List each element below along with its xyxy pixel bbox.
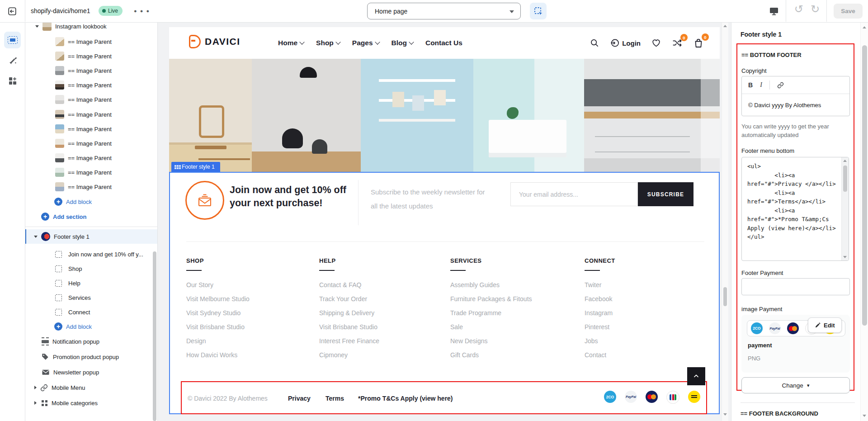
footer-link[interactable]: Trade Programme: [450, 309, 501, 317]
scroll-up-arrow[interactable]: [723, 25, 727, 27]
tree-section-notification-popup[interactable]: Notification popup: [25, 335, 153, 348]
add-block-button[interactable]: + Add block: [25, 195, 153, 208]
edit-image-button[interactable]: Edit: [808, 317, 842, 333]
login-link[interactable]: Login: [610, 38, 641, 48]
nav-home[interactable]: Home: [278, 39, 304, 47]
tree-section-mobile-categories[interactable]: Mobile categories: [25, 396, 153, 410]
scroll-to-top-button[interactable]: [687, 367, 705, 385]
preview-scrollbar[interactable]: [722, 22, 728, 421]
privacy-link[interactable]: Privacy: [288, 395, 311, 402]
nav-pages[interactable]: Pages: [352, 39, 379, 47]
theme-settings-button[interactable]: [4, 52, 21, 69]
footer-link[interactable]: Shipping & Delivery: [319, 309, 374, 317]
nav-contact-us[interactable]: Contact Us: [425, 39, 462, 47]
footer-link[interactable]: Visit Melbourne Studio: [186, 295, 250, 303]
footer-link[interactable]: Visit Brisbane Studio: [186, 323, 245, 331]
sections-tab-button[interactable]: [4, 32, 21, 48]
footer-link[interactable]: Jobs: [585, 337, 598, 345]
tree-section-newsletter-popup[interactable]: Newsletter popup: [25, 365, 153, 379]
tree-item-image-parent[interactable]: == Image Parent: [25, 35, 153, 48]
exit-editor-button[interactable]: [6, 5, 18, 17]
save-button[interactable]: Save: [834, 4, 863, 19]
tree-section-instagram-lookbook[interactable]: Instagram lookbook: [25, 22, 153, 33]
page-selector[interactable]: Home page: [367, 3, 521, 19]
footer-link[interactable]: Furniture Packages & Fitouts: [450, 295, 532, 303]
undo-button[interactable]: ↺: [792, 3, 806, 15]
change-image-button[interactable]: Change ▾: [741, 377, 850, 393]
tree-block-services[interactable]: Services: [25, 291, 153, 304]
footer-menu-textarea[interactable]: <ul> <li><a href="#">Privacy </a></li> <…: [741, 157, 849, 261]
cart-icon[interactable]: 0: [693, 38, 704, 48]
tree-item-image-parent[interactable]: == Image Parent: [25, 151, 153, 165]
scroll-up-arrow[interactable]: [843, 160, 847, 162]
search-icon[interactable]: [590, 38, 599, 48]
tree-item-image-parent[interactable]: == Image Parent: [25, 49, 153, 63]
italic-icon[interactable]: I: [760, 81, 762, 89]
footer-link[interactable]: Contact & FAQ: [319, 281, 361, 289]
add-block-button[interactable]: + Add block: [25, 320, 153, 333]
tree-block-newsletter[interactable]: Join now and get 10% off y...: [25, 247, 153, 261]
footer-link[interactable]: Assembly Guides: [450, 281, 500, 289]
panel-scrollbar[interactable]: [860, 22, 868, 421]
more-actions-button[interactable]: ● ● ●: [134, 0, 150, 22]
redo-button[interactable]: ↻: [808, 3, 822, 15]
footer-link[interactable]: Twiter: [585, 281, 601, 289]
footer-link[interactable]: Gift Cards: [450, 351, 479, 359]
footer-link[interactable]: Visit Brisbane Studio: [319, 323, 377, 331]
tree-item-image-parent[interactable]: == Image Parent: [25, 93, 153, 106]
copyright-value[interactable]: © Davici yyyy By Alothemes: [742, 94, 849, 116]
textarea-scrollbar[interactable]: [841, 157, 849, 260]
device-preview-button[interactable]: [769, 5, 779, 16]
footer-link[interactable]: Interest Free Finance: [319, 337, 379, 345]
footer-payment-input[interactable]: [741, 278, 850, 295]
nav-blog[interactable]: Blog: [392, 39, 413, 47]
footer-link[interactable]: Track Your Order: [319, 295, 367, 303]
footer-link[interactable]: Facebook: [585, 295, 612, 303]
footer-link[interactable]: Our Story: [186, 281, 213, 289]
footer-link[interactable]: How Davici Works: [186, 351, 237, 359]
promo-terms-link[interactable]: *Promo T&Cs Apply (view here): [358, 395, 453, 402]
tree-section-mobile-menu[interactable]: Mobile Menu: [25, 381, 153, 394]
newsletter-email-input[interactable]: [510, 182, 638, 206]
tree-item-image-parent[interactable]: == Image Parent: [25, 137, 153, 150]
panel-scrollbar-thumb[interactable]: [862, 45, 867, 326]
tree-section-footer-style-1[interactable]: Footer style 1: [25, 229, 157, 244]
link-icon[interactable]: [777, 82, 784, 89]
tree-item-image-parent[interactable]: == Image Parent: [25, 122, 153, 136]
scroll-down-arrow[interactable]: [723, 413, 727, 416]
scroll-up-arrow[interactable]: [863, 26, 866, 28]
footer-link[interactable]: Contact: [585, 351, 606, 359]
footer-link[interactable]: Visit Sydney Studio: [186, 309, 241, 317]
tree-item-image-parent[interactable]: == Image Parent: [25, 78, 153, 92]
tree-item-image-parent[interactable]: == Image Parent: [25, 180, 153, 194]
add-section-button[interactable]: + Add section: [25, 210, 153, 223]
footer-link[interactable]: Instagram: [585, 309, 613, 317]
nav-shop[interactable]: Shop: [316, 39, 340, 47]
footer-link[interactable]: Pinterest: [585, 323, 609, 331]
app-embeds-button[interactable]: [4, 72, 21, 89]
site-logo[interactable]: DAVICI: [189, 35, 241, 48]
preview-scrollbar-thumb[interactable]: [723, 287, 727, 306]
footer-link[interactable]: Design: [186, 337, 206, 345]
bottom-footer-block[interactable]: © Davici 2022 By Alothemes Privacy Terms…: [181, 381, 707, 414]
tree-item-image-parent[interactable]: == Image Parent: [25, 108, 153, 121]
textarea-scrollbar-thumb[interactable]: [843, 166, 847, 192]
tree-item-image-parent[interactable]: == Image Parent: [25, 166, 153, 179]
subscribe-button[interactable]: SUBSCRIBE: [638, 182, 693, 206]
scroll-down-arrow[interactable]: [843, 256, 847, 258]
scroll-down-arrow[interactable]: [863, 415, 866, 417]
tree-scrollbar-thumb[interactable]: [153, 251, 156, 421]
bold-icon[interactable]: B: [748, 81, 753, 89]
wishlist-icon[interactable]: [651, 38, 661, 48]
tree-item-image-parent[interactable]: == Image Parent: [25, 64, 153, 77]
tree-block-shop[interactable]: Shop: [25, 262, 153, 275]
terms-link[interactable]: Terms: [326, 395, 344, 402]
tree-section-promotion-popup[interactable]: Promotion product popup: [25, 350, 153, 364]
tree-block-connect[interactable]: Connect: [25, 305, 153, 319]
footer-menu-code[interactable]: <ul> <li><a href="#">Privacy </a></li> <…: [742, 157, 842, 260]
compare-icon[interactable]: 0: [672, 38, 683, 48]
footer-link[interactable]: New Designs: [450, 337, 487, 345]
footer-link[interactable]: Sale: [450, 323, 463, 331]
section-badge-footer-style-1[interactable]: Footer style 1: [171, 162, 220, 172]
footer-link[interactable]: Cipmoney: [319, 351, 348, 359]
